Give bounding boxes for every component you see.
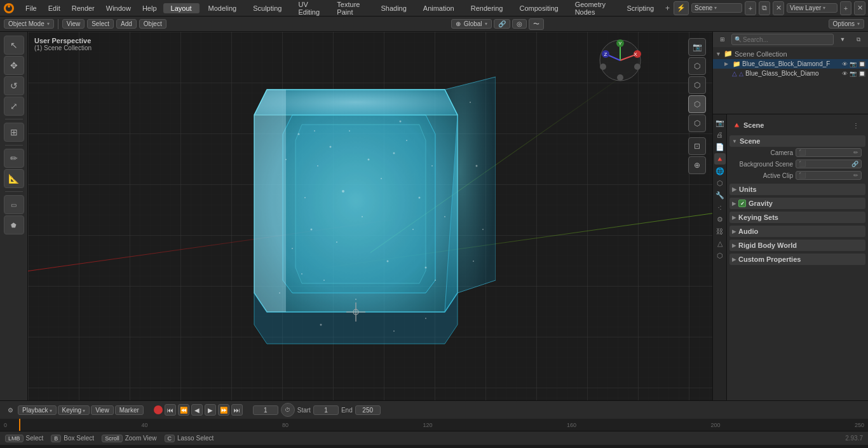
extra-tool[interactable]: ⬟ [4, 215, 24, 234]
jump-end-btn[interactable]: ⏭ [231, 404, 243, 416]
viewport-gizmo[interactable]: X Y Z [598, 38, 642, 84]
outliner-item-mesh[interactable]: △ △ Blue_Glass_Block_Diamo 👁 📷 🔲 [713, 69, 868, 78]
keying-btn[interactable]: Keying▾ [58, 405, 90, 415]
add-cube-tool[interactable]: ▭ [4, 195, 24, 214]
solid-view-btn[interactable]: ⬡ [688, 95, 706, 113]
gravity-checkbox[interactable]: ✓ [738, 200, 746, 207]
new-layer-btn[interactable]: + [840, 1, 851, 15]
render-preview-btn[interactable]: ⬡ [688, 57, 706, 75]
overlay-btn[interactable]: ⊕ [688, 156, 706, 174]
marker-btn[interactable]: Marker [115, 405, 144, 415]
camera-view-btn[interactable]: 📷 [688, 38, 706, 56]
menu-file[interactable]: File [20, 3, 42, 13]
bg-scene-selector[interactable]: ⬛ 🔗 [796, 160, 862, 168]
new-scene-btn[interactable]: + [745, 1, 756, 15]
view-layer-properties-icon[interactable]: 📄 [714, 141, 726, 153]
render-properties-icon[interactable]: 📷 [714, 117, 726, 128]
scale-tool[interactable]: ⤢ [4, 97, 24, 116]
constraints-icon[interactable]: ⛓ [714, 226, 726, 237]
audio-header[interactable]: ▶ Audio [729, 226, 865, 237]
object-menu-btn[interactable]: Object [139, 19, 166, 29]
blender-logo[interactable] [3, 2, 15, 15]
scene-selector[interactable]: Scene▾ [691, 3, 742, 13]
wireframe-btn[interactable]: ⬡ [688, 114, 706, 132]
curve-btn[interactable]: 〜 [529, 18, 544, 30]
tab-texture-paint[interactable]: Texture Paint [329, 0, 372, 17]
status-icon[interactable]: ⚡ [674, 1, 689, 15]
gravity-header[interactable]: ▶ ✓ Gravity [729, 198, 865, 209]
options-btn[interactable]: Options▾ [829, 19, 864, 29]
material-properties-icon[interactable]: ⬡ [714, 250, 726, 261]
select-menu-btn[interactable]: Select [87, 19, 114, 29]
outliner-search-input[interactable] [743, 36, 831, 43]
tab-modeling[interactable]: Modeling [201, 3, 245, 13]
menu-edit[interactable]: Edit [43, 3, 65, 13]
tab-geometry-nodes[interactable]: Geometry Nodes [567, 0, 618, 17]
transform-tool[interactable]: ⊞ [4, 123, 24, 142]
keying-sets-header[interactable]: ▶ Keying Sets [729, 212, 865, 223]
render-icon2[interactable]: 🔲 [858, 71, 865, 77]
tab-rendering[interactable]: Rendering [463, 3, 511, 13]
menu-render[interactable]: Render [67, 3, 100, 13]
menu-window[interactable]: Window [101, 3, 136, 13]
transform-selector[interactable]: ⊕Global▾ [451, 19, 492, 29]
proportional-btn[interactable]: ◎ [512, 19, 527, 29]
cursor-tool[interactable]: ↖ [4, 36, 24, 55]
modifier-properties-icon[interactable]: 🔧 [714, 189, 726, 201]
move-tool[interactable]: ✥ [4, 56, 24, 75]
outliner-filter-btn[interactable]: ▼ [836, 32, 850, 46]
rigid-body-header[interactable]: ▶ Rigid Body World [729, 240, 865, 251]
add-menu-btn[interactable]: Add [116, 19, 137, 29]
camera-icon2[interactable]: 📷 [850, 71, 857, 77]
play-reverse-btn[interactable]: ◀ [191, 404, 203, 416]
particles-properties-icon[interactable]: ·: [714, 201, 726, 213]
outliner-search[interactable]: 🔍 [731, 34, 834, 45]
world-properties-icon[interactable]: 🌐 [714, 165, 726, 177]
visibility-icon[interactable]: 👁 [842, 61, 848, 67]
units-header[interactable]: ▶ Units [729, 184, 865, 195]
current-frame-input[interactable]: 1 [253, 405, 278, 415]
play-btn[interactable]: ▶ [205, 404, 216, 416]
data-properties-icon[interactable]: △ [714, 238, 726, 249]
menu-help[interactable]: Help [137, 3, 162, 13]
tab-animation[interactable]: Animation [416, 3, 462, 13]
end-frame-input[interactable]: 250 [355, 405, 381, 415]
properties-options-btn[interactable]: ⋮ [849, 118, 863, 132]
camera-selector[interactable]: ⬛ ✏ [796, 148, 862, 157]
delete-layer-btn[interactable]: ✕ [854, 1, 865, 15]
custom-props-header[interactable]: ▶ Custom Properties [729, 254, 865, 265]
step-forward-btn[interactable]: ⏩ [218, 404, 229, 416]
measure-tool[interactable]: 📐 [4, 169, 24, 188]
visibility-icon2[interactable]: 👁 [842, 71, 848, 77]
scene-collection-item[interactable]: ▼ 📁 Scene Collection [713, 48, 868, 59]
tab-scripting[interactable]: Scripting [619, 3, 661, 13]
outliner-menu-btn[interactable]: ⊞ [715, 32, 729, 46]
annotate-tool[interactable]: ✏ [4, 149, 24, 168]
timeline-menu-btn[interactable]: ⚙ [4, 404, 17, 416]
edit-camera-btn[interactable]: ✏ [853, 149, 858, 156]
timeline-view-btn[interactable]: View [91, 405, 114, 415]
start-frame-input[interactable]: 1 [313, 405, 339, 415]
delete-scene-btn[interactable]: ✕ [773, 1, 784, 15]
snap-btn[interactable]: 🔗 [494, 19, 510, 29]
render-icon[interactable]: 🔲 [858, 61, 865, 67]
physics-properties-icon[interactable]: ⚙ [714, 214, 726, 225]
view-menu-btn[interactable]: View [62, 19, 85, 29]
outliner-item-collection[interactable]: ▶ 📁 Blue_Glass_Block_Diamond_F 👁 📷 🔲 [713, 59, 868, 69]
tab-compositing[interactable]: Compositing [512, 3, 566, 13]
step-back-btn[interactable]: ⏪ [178, 404, 189, 416]
active-clip-icon2[interactable]: ✏ [853, 172, 858, 179]
material-preview-btn[interactable]: ⬡ [688, 76, 706, 94]
tab-layout[interactable]: Layout [163, 3, 200, 13]
tab-shading[interactable]: Shading [373, 3, 414, 13]
scene-section-header[interactable]: ▼ Scene [729, 135, 865, 147]
object-properties-icon[interactable]: ⬡ [714, 177, 726, 189]
tab-uv-editing[interactable]: UV Editing [290, 0, 328, 17]
output-properties-icon[interactable]: 🖨 [714, 129, 726, 140]
xray-btn[interactable]: ⊡ [688, 137, 706, 155]
scene-properties-icon[interactable]: 🔺 [714, 153, 726, 165]
active-clip-selector[interactable]: ⬛ ✏ [796, 171, 862, 180]
viewport[interactable]: User Perspective (1) Scene Collection X … [28, 32, 712, 400]
object-mode-btn[interactable]: Object Mode▾ [4, 19, 54, 29]
outliner-sync-btn[interactable]: ⧉ [851, 32, 865, 46]
